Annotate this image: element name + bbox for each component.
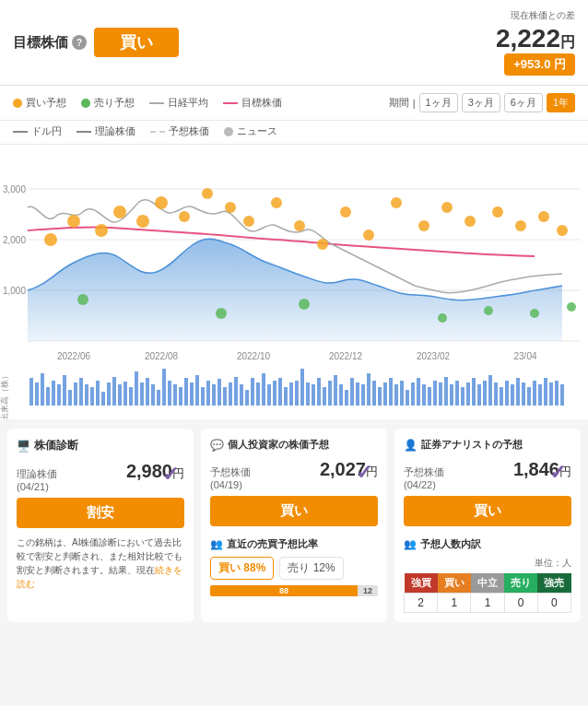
sell-dot [530, 309, 539, 318]
analyst-icon: 👤 [404, 439, 417, 452]
volume-bar [85, 384, 88, 406]
volume-bar [184, 378, 188, 406]
volume-bar [317, 378, 321, 406]
volume-bar [411, 382, 415, 406]
target-label-legend: 目標株価 [241, 96, 282, 110]
buy-predict-label: 買い予想 [26, 96, 66, 110]
buy-dot [95, 224, 108, 237]
volume-bar [533, 381, 536, 406]
volume-bar [278, 378, 282, 406]
td-buy: 1 [438, 593, 471, 612]
period-label: 期間 [389, 96, 409, 110]
sell-dot [567, 302, 576, 312]
buy-dot [155, 196, 168, 209]
target-label: 目標株価 ? [13, 34, 87, 52]
diagnosis-status-btn[interactable]: 割安 [17, 498, 184, 528]
period-1y[interactable]: 1年 [547, 93, 575, 112]
volume-bar [516, 378, 520, 406]
volume-bar [555, 381, 559, 406]
volume-bar [234, 377, 238, 406]
volume-bar [157, 390, 160, 406]
volume-bar [538, 384, 542, 406]
buy-dot [179, 211, 190, 222]
analyst-price-row: 予想株価 (04/22) 1,846円 [404, 459, 571, 492]
legend-estimate: 予想株価 [150, 124, 209, 138]
volume-bar [212, 384, 216, 406]
analyst-table-header-row: 強買 買い 中立 売り 強売 [405, 573, 571, 594]
volume-bar [151, 384, 155, 406]
legend-nikkei: 日経平均 [149, 96, 208, 110]
svg-text:23/04: 23/04 [513, 351, 536, 361]
svg-text:2022/12: 2022/12 [329, 351, 363, 361]
volume-bar [394, 384, 398, 406]
volume-bar [289, 382, 293, 406]
volume-bar [256, 382, 260, 406]
volume-bar [96, 381, 100, 406]
volume-bar [140, 382, 144, 406]
volume-bar [560, 384, 564, 406]
volume-bar [267, 384, 271, 406]
period-1m[interactable]: 1ヶ月 [419, 93, 458, 112]
volume-bar [339, 384, 343, 406]
volume-bar [168, 381, 171, 406]
sell-ratio-label: 売り 12% [279, 557, 343, 580]
buy-dot [557, 225, 568, 236]
period-6m[interactable]: 6ヶ月 [504, 93, 543, 112]
chart-container: 株価（円） 3,000 2,000 1,000 [0, 145, 588, 419]
volume-bar [295, 381, 299, 406]
volume-bar [300, 369, 304, 406]
volume-bar [350, 378, 354, 406]
buy-dot [294, 220, 305, 231]
volume-bar [433, 381, 437, 406]
sell-dot [299, 299, 310, 310]
volume-bar [218, 379, 221, 406]
legend-buy-predict: 買い予想 [13, 96, 66, 110]
volume-bar [229, 382, 232, 406]
diff-badge: +953.0 円 [504, 53, 575, 76]
investor-status-btn[interactable]: 買い [210, 496, 378, 526]
individual-investor-panel: 💬 個人投資家の株価予想 ✓ 予想株価 (04/19) 2,027円 買い 👥 … [201, 429, 387, 622]
theory-label: 理論株価 [95, 124, 135, 138]
sell-dot [438, 313, 447, 323]
analyst-status-btn[interactable]: 買い [404, 496, 571, 526]
buy-dot [465, 216, 476, 227]
analyst-panel: 👤 証券アナリストの予想 ✓ 予想株価 (04/22) 1,846円 買い 👥 … [394, 429, 581, 622]
buy-dot [515, 220, 526, 231]
volume-bar [444, 377, 448, 406]
help-icon[interactable]: ? [72, 35, 87, 50]
volume-bar [328, 381, 332, 406]
volume-bar [455, 381, 459, 406]
diagnosis-icon: 🖥️ [17, 440, 30, 453]
volume-bar [389, 378, 393, 406]
volume-bar [306, 382, 310, 406]
svg-text:出来高（株）: 出来高（株） [0, 371, 9, 419]
volume-bar [79, 378, 83, 406]
th-strong-sell: 強売 [537, 573, 570, 594]
legend-sell-predict: 売り予想 [81, 96, 135, 110]
sell-predict-label: 売り予想 [94, 96, 135, 110]
legend-theory: 理論株価 [76, 124, 135, 138]
volume-bar [245, 390, 249, 406]
buy-dot [113, 206, 126, 218]
volume-bar [135, 371, 138, 406]
volume-bar [511, 384, 514, 406]
volume-bar [46, 387, 50, 406]
volume-bar [284, 387, 288, 406]
stock-diagnosis-title: 🖥️ 株価診断 [17, 438, 184, 453]
volume-bar [334, 375, 337, 406]
th-sell: 売り [504, 573, 537, 594]
td-strong-buy: 2 [405, 593, 438, 612]
th-strong-buy: 強買 [405, 573, 438, 594]
volume-bar [417, 378, 420, 406]
volume-bar [428, 387, 431, 406]
period-3m[interactable]: 3ヶ月 [462, 93, 500, 112]
volume-bar [439, 382, 442, 406]
buy-dot [202, 188, 213, 199]
buy-ratio-label: 買い 88% [210, 557, 274, 580]
volume-bar [549, 382, 553, 406]
volume-bar [195, 375, 199, 406]
svg-text:2022/10: 2022/10 [237, 351, 271, 361]
buy-dot [271, 197, 282, 208]
price-yen: 円 [560, 34, 575, 50]
dollar-yen-label: ドル円 [31, 124, 62, 138]
